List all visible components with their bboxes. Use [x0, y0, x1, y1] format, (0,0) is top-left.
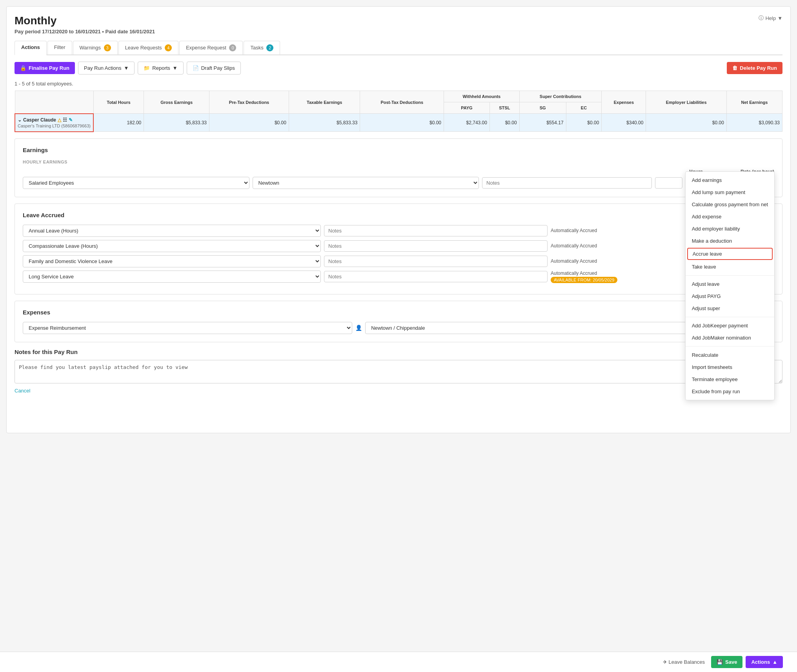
- table-row[interactable]: ⌄ Casper Claude △ ☷ ✎ Casper's Training …: [15, 114, 782, 132]
- expenses-section: Expenses Expense Reimbursement 👤 Newtown…: [15, 301, 782, 342]
- help-button[interactable]: ⓘ Help ▼: [759, 15, 782, 22]
- cell-sg: $554.17: [519, 114, 566, 132]
- dropdown-exclude-from-pay-run[interactable]: Exclude from pay run: [686, 385, 774, 398]
- expense-row: Expense Reimbursement 👤 Newtown / Chippe…: [23, 322, 774, 334]
- leave-notes-input-3[interactable]: [324, 271, 548, 282]
- cell-gross-earnings: $5,833.33: [144, 114, 209, 132]
- dropdown-calculate-gross[interactable]: Calculate gross payment from net: [686, 198, 774, 211]
- warnings-badge: 3: [104, 44, 111, 51]
- page-subtitle: Pay period 17/12/2020 to 16/01/2021 • Pa…: [15, 29, 155, 35]
- dropdown-adjust-leave[interactable]: Adjust leave: [686, 278, 774, 290]
- leave-type-select-2[interactable]: Family and Domestic Violence Leave: [23, 255, 321, 267]
- pay-run-actions-button[interactable]: Pay Run Actions ▼: [78, 62, 135, 74]
- dropdown-import-timesheets[interactable]: Import timesheets: [686, 361, 774, 373]
- tab-tasks[interactable]: Tasks 2: [244, 41, 280, 54]
- leave-notes-input-2[interactable]: [324, 256, 548, 267]
- available-badge: AVAILABLE FROM: 20/05/2029: [551, 277, 617, 283]
- dropdown-add-jobmaker[interactable]: Add JobMaker nomination: [686, 332, 774, 344]
- dropdown-terminate-employee[interactable]: Terminate employee: [686, 373, 774, 385]
- earnings-location-select[interactable]: Newtown: [253, 177, 479, 189]
- dropdown-adjust-super[interactable]: Adjust super: [686, 302, 774, 314]
- leave-type-select-1[interactable]: Compassionate Leave (Hours): [23, 240, 321, 252]
- dropdown-recalculate[interactable]: Recalculate: [686, 349, 774, 361]
- dropdown-add-lump-sum[interactable]: Add lump sum payment: [686, 186, 774, 198]
- dropdown-take-leave[interactable]: Take leave: [686, 261, 774, 273]
- leave-row-2: Family and Domestic Violence Leave Autom…: [23, 255, 774, 267]
- leave-notes-input-0[interactable]: [324, 225, 548, 236]
- leave-notes-1: [324, 240, 548, 252]
- employee-cell: ⌄ Casper Claude △ ☷ ✎ Casper's Training …: [15, 114, 93, 132]
- cell-total-hours: 182.00: [93, 114, 144, 132]
- th-employee: [15, 91, 93, 114]
- th-ec: EC: [566, 102, 602, 114]
- employee-company: Casper's Training LTD (58606879663): [18, 124, 91, 128]
- leave-requests-badge: 4: [165, 44, 172, 51]
- dropdown-make-deduction[interactable]: Make a deduction: [686, 235, 774, 247]
- tab-expense-request[interactable]: Expense Request 0: [179, 41, 243, 54]
- dropdown-add-jobkeeper[interactable]: Add JobKeeper payment: [686, 320, 774, 332]
- leave-type-0: Annual Leave (Hours): [23, 225, 321, 237]
- document-icon: 📄: [193, 65, 199, 71]
- leave-type-1: Compassionate Leave (Hours): [23, 240, 321, 252]
- toolbar-left: 🔒 Finalise Pay Run Pay Run Actions ▼ 📁 R…: [15, 62, 241, 74]
- divider-1: [686, 275, 774, 276]
- employees-table: Total Hours Gross Earnings Pre-Tax Deduc…: [15, 91, 782, 132]
- leave-type-select-0[interactable]: Annual Leave (Hours): [23, 225, 321, 237]
- header-left: Monthly Pay period 17/12/2020 to 16/01/2…: [15, 15, 155, 35]
- leave-type-3: Long Service Leave: [23, 271, 321, 283]
- dropdown-add-earnings[interactable]: Add earnings: [686, 174, 774, 186]
- tab-warnings[interactable]: Warnings 3: [73, 41, 118, 54]
- dropdown-accrue-leave[interactable]: Accrue leave: [687, 248, 773, 260]
- th-sg: SG: [519, 102, 566, 114]
- earnings-hours-input[interactable]: 182: [655, 177, 682, 189]
- tab-filter[interactable]: Filter: [47, 41, 72, 54]
- cell-net-earnings: $3,090.33: [726, 114, 782, 132]
- th-pre-tax: Pre-Tax Deductions: [209, 91, 289, 114]
- cell-payg: $2,743.00: [444, 114, 490, 132]
- expenses-title: Expenses: [23, 309, 774, 316]
- th-employer-liabilities: Employer Liabilities: [646, 91, 726, 114]
- notes-textarea[interactable]: Please find you latest payslip attached …: [15, 360, 782, 383]
- delete-pay-run-button[interactable]: 🗑 Delete Pay Run: [727, 62, 782, 74]
- th-expenses: Expenses: [602, 91, 646, 114]
- earnings-row: Salaried Employees Newtown 182 $ 32.0512…: [23, 177, 774, 189]
- th-withheld-group: Withheld Amounts: [444, 91, 520, 102]
- earnings-section: Earnings HOURLY EARNINGS Hours Rate (per…: [15, 138, 782, 197]
- expand-icon[interactable]: ⌄: [18, 117, 22, 123]
- employee-name: ⌄ Casper Claude △ ☷ ✎: [18, 117, 91, 123]
- expense-location-select[interactable]: Newtown / Chippendale: [365, 322, 695, 334]
- dropdown-add-employer-liability[interactable]: Add employer liability: [686, 223, 774, 235]
- chevron-down-icon: ▼: [124, 65, 129, 71]
- cancel-button[interactable]: Cancel: [15, 388, 30, 394]
- leave-type-select-3[interactable]: Long Service Leave: [23, 271, 321, 283]
- divider-3: [686, 346, 774, 347]
- leave-row-0: Annual Leave (Hours) Automatically Accru…: [23, 225, 774, 237]
- notes-title: Notes for this Pay Run: [15, 349, 782, 355]
- edit-icon[interactable]: ✎: [69, 117, 73, 123]
- actions-dropdown-menu: Add earnings Add lump sum payment Calcul…: [685, 171, 775, 400]
- notes-section: Notes for this Pay Run Please find you l…: [15, 349, 782, 394]
- th-stsl: STSL: [489, 102, 519, 114]
- chevron-down-icon: ▼: [173, 65, 178, 71]
- tabs-bar: Actions Filter Warnings 3 Leave Requests…: [15, 41, 782, 55]
- divider-2: [686, 317, 774, 317]
- dropdown-adjust-payg[interactable]: Adjust PAYG: [686, 290, 774, 302]
- reports-button[interactable]: 📁 Reports ▼: [138, 62, 183, 74]
- tab-actions[interactable]: Actions: [15, 41, 47, 55]
- list-icon[interactable]: ☷: [63, 117, 67, 123]
- th-total-hours: Total Hours: [93, 91, 144, 114]
- tab-leave-requests[interactable]: Leave Requests 4: [118, 41, 179, 54]
- earnings-notes-input[interactable]: [482, 177, 652, 189]
- finalise-pay-run-button[interactable]: 🔒 Finalise Pay Run: [15, 62, 75, 74]
- earnings-type-select[interactable]: Salaried Employees: [23, 177, 249, 189]
- earnings-notes-wrapper: [482, 177, 652, 189]
- leave-notes-input-1[interactable]: [324, 240, 548, 252]
- th-taxable: Taxable Earnings: [289, 91, 360, 114]
- employee-count: 1 - 5 of 5 total employees.: [15, 81, 782, 87]
- dropdown-add-expense[interactable]: Add expense: [686, 211, 774, 223]
- draft-pay-slips-button[interactable]: 📄 Draft Pay Slips: [187, 62, 241, 74]
- expense-type-select[interactable]: Expense Reimbursement: [23, 322, 352, 334]
- cell-employer-liabilities: $0.00: [646, 114, 726, 132]
- page-title: Monthly: [15, 15, 155, 27]
- hourly-earnings-label: HOURLY EARNINGS: [23, 160, 774, 164]
